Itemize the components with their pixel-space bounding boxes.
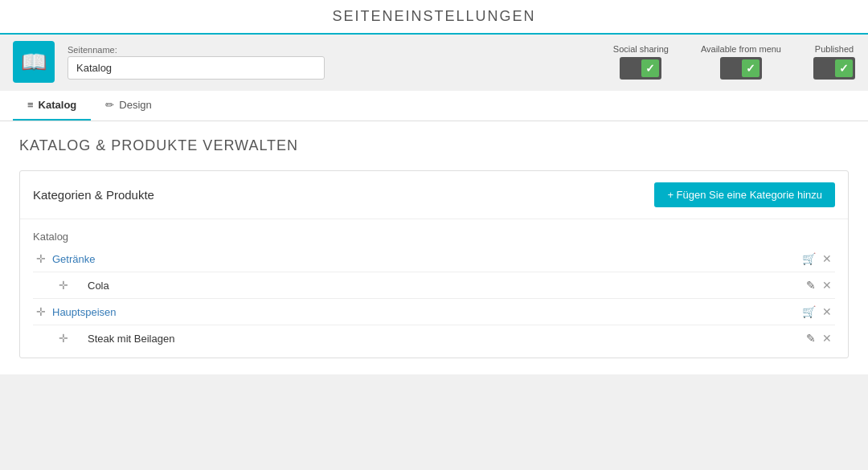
available-from-menu-toggle-item: Available from menu ✓ [701, 44, 781, 80]
card-header: Kategorien & Produkte + Fügen Sie eine K… [20, 171, 848, 219]
section-title: KATALOG & PRODUKTE VERWALTEN [19, 137, 849, 154]
list-container[interactable]: Katalog ✛ Getränke 🛒 ✕ ✛ Cola ✎ ✕ [20, 219, 848, 358]
list-item: ✛ Steak mit Beilagen ✎ ✕ [33, 325, 835, 351]
page-name-input[interactable] [68, 56, 325, 80]
cart-icon-hauptspeisen[interactable]: 🛒 [802, 305, 816, 318]
delete-icon-cola[interactable]: ✕ [822, 279, 832, 292]
published-label: Published [815, 44, 854, 54]
item-actions-getraenke: 🛒 ✕ [802, 252, 832, 265]
list-item: ✛ Hauptspeisen 🛒 ✕ [33, 299, 835, 325]
page-header: SEITENEINSTELLUNGEN [0, 0, 868, 35]
main-content: KATALOG & PRODUKTE VERWALTEN Kategorien … [0, 121, 868, 374]
page-name-label: Seitenname: [68, 45, 325, 55]
page-name-section: Seitenname: [68, 45, 325, 80]
available-from-menu-label: Available from menu [701, 44, 781, 54]
social-sharing-toggle-item: Social sharing ✓ [613, 44, 669, 80]
katalog-tab-label: Katalog [39, 99, 77, 111]
product-name-cola: Cola [75, 280, 800, 292]
delete-icon-getraenke[interactable]: ✕ [822, 252, 832, 265]
book-icon: 📖 [21, 50, 47, 75]
edit-icon-cola[interactable]: ✎ [806, 279, 816, 292]
page-icon: 📖 [13, 41, 55, 83]
delete-icon-steak[interactable]: ✕ [822, 332, 832, 345]
drag-handle-icon[interactable]: ✛ [36, 305, 46, 318]
social-sharing-label: Social sharing [613, 44, 669, 54]
categories-card: Kategorien & Produkte + Fügen Sie eine K… [19, 170, 849, 358]
list-section-label: Katalog [33, 226, 835, 246]
design-tab-icon: ✏ [105, 99, 114, 111]
item-actions-hauptspeisen: 🛒 ✕ [802, 305, 832, 318]
list-item: ✛ Getränke 🛒 ✕ [33, 246, 835, 272]
cart-icon-getraenke[interactable]: 🛒 [802, 252, 816, 265]
social-sharing-toggle[interactable]: ✓ [620, 57, 661, 80]
category-name-getraenke: Getränke [52, 253, 796, 265]
drag-handle-icon[interactable]: ✛ [36, 252, 46, 265]
available-from-menu-toggle[interactable]: ✓ [720, 57, 762, 80]
available-from-menu-check: ✓ [742, 59, 760, 77]
item-actions-cola: ✎ ✕ [806, 279, 832, 292]
card-title: Kategorien & Produkte [33, 188, 154, 202]
tab-katalog[interactable]: ≡ Katalog [13, 91, 91, 121]
social-sharing-check: ✓ [641, 59, 659, 77]
edit-icon-steak[interactable]: ✎ [806, 332, 816, 345]
product-name-steak: Steak mit Beilagen [75, 333, 800, 345]
add-category-button[interactable]: + Fügen Sie eine Kategorie hinzu [654, 182, 835, 207]
drag-handle-icon[interactable]: ✛ [59, 279, 68, 292]
list-item: ✛ Cola ✎ ✕ [33, 272, 835, 299]
published-toggle-item: Published ✓ [813, 44, 855, 80]
published-toggle[interactable]: ✓ [813, 57, 855, 80]
top-bar: 📖 Seitenname: Social sharing ✓ Available… [0, 35, 868, 89]
tabs-bar: ≡ Katalog ✏ Design [0, 91, 868, 121]
category-name-hauptspeisen: Hauptspeisen [52, 306, 796, 318]
page-title: SEITENEINSTELLUNGEN [0, 8, 868, 25]
published-check: ✓ [835, 59, 853, 77]
drag-handle-icon[interactable]: ✛ [59, 332, 68, 345]
toggle-group: Social sharing ✓ Available from menu ✓ P… [613, 44, 855, 80]
design-tab-label: Design [119, 99, 151, 111]
item-actions-steak: ✎ ✕ [806, 332, 832, 345]
tab-design[interactable]: ✏ Design [91, 91, 166, 121]
katalog-tab-icon: ≡ [27, 99, 34, 111]
delete-icon-hauptspeisen[interactable]: ✕ [822, 305, 832, 318]
